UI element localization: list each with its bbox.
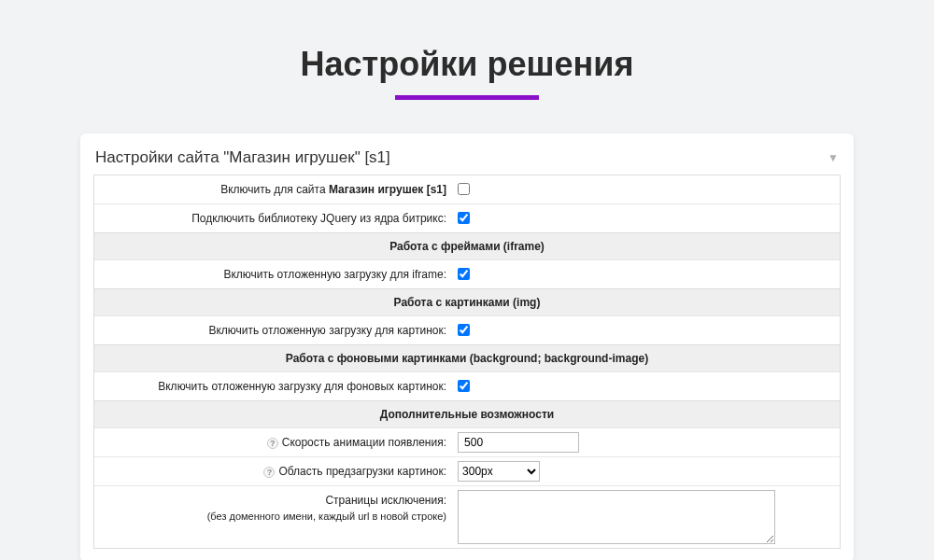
panel-header-title: Настройки сайта "Магазин игрушек" [s1] xyxy=(95,148,390,167)
row-enable-site: Включить для сайта Магазин игрушек [s1] xyxy=(94,175,840,203)
row-iframe-lazy: Включить отложенную загрузку для iframe: xyxy=(94,259,840,288)
help-icon[interactable]: ? xyxy=(267,438,278,449)
label-bg-lazy: Включить отложенную загрузку для фоновых… xyxy=(94,372,452,400)
row-bg-lazy: Включить отложенную загрузку для фоновых… xyxy=(94,371,840,400)
label-img-lazy: Включить отложенную загрузку для картино… xyxy=(94,316,452,344)
section-extra: Дополнительные возможности xyxy=(94,400,840,427)
label-enable-site-bold: Магазин игрушек [s1] xyxy=(329,183,446,196)
checkbox-enable-site[interactable] xyxy=(458,183,470,195)
form-body: Включить для сайта Магазин игрушек [s1] … xyxy=(93,175,841,549)
row-anim-speed: ?Скорость анимации появления: xyxy=(94,427,840,456)
title-underline xyxy=(395,95,539,100)
chevron-down-icon[interactable]: ▼ xyxy=(828,151,839,164)
section-bg: Работа с фоновыми картинками (background… xyxy=(94,344,840,371)
select-preload-area[interactable]: 300px xyxy=(458,461,540,482)
row-preload-area: ?Область предзагрузки картинок: 300px xyxy=(94,456,840,485)
input-anim-speed[interactable] xyxy=(458,432,579,453)
label-iframe-lazy: Включить отложенную загрузку для iframe: xyxy=(94,260,452,288)
settings-panel: Настройки сайта "Магазин игрушек" [s1] ▼… xyxy=(80,133,854,560)
help-icon[interactable]: ? xyxy=(263,467,275,478)
label-preload-area: Область предзагрузки картинок: xyxy=(278,465,446,478)
page-title: Настройки решения xyxy=(0,45,934,84)
section-iframe: Работа с фреймами (iframe) xyxy=(94,232,840,259)
label-jquery-core: Подключить библиотеку JQuery из ядра бит… xyxy=(94,204,452,232)
checkbox-jquery-core[interactable] xyxy=(458,212,470,224)
row-img-lazy: Включить отложенную загрузку для картино… xyxy=(94,315,840,344)
section-img: Работа с картинками (img) xyxy=(94,288,840,315)
sublabel-exclusions: (без доменного имени, каждый url в новой… xyxy=(100,509,446,525)
label-enable-site: Включить для сайта Магазин игрушек [s1] xyxy=(94,175,452,203)
panel-header[interactable]: Настройки сайта "Магазин игрушек" [s1] ▼ xyxy=(93,145,841,175)
checkbox-img-lazy[interactable] xyxy=(458,324,470,336)
row-jquery-core: Подключить библиотеку JQuery из ядра бит… xyxy=(94,203,840,232)
textarea-exclusions[interactable] xyxy=(458,490,775,544)
checkbox-iframe-lazy[interactable] xyxy=(458,268,470,280)
label-exclusions: Страницы исключения: xyxy=(325,494,446,507)
row-exclusions: Страницы исключения: (без доменного имен… xyxy=(94,485,840,548)
label-enable-site-pre: Включить для сайта xyxy=(220,183,329,196)
checkbox-bg-lazy[interactable] xyxy=(458,380,470,392)
label-anim-speed: Скорость анимации появления: xyxy=(282,436,446,449)
